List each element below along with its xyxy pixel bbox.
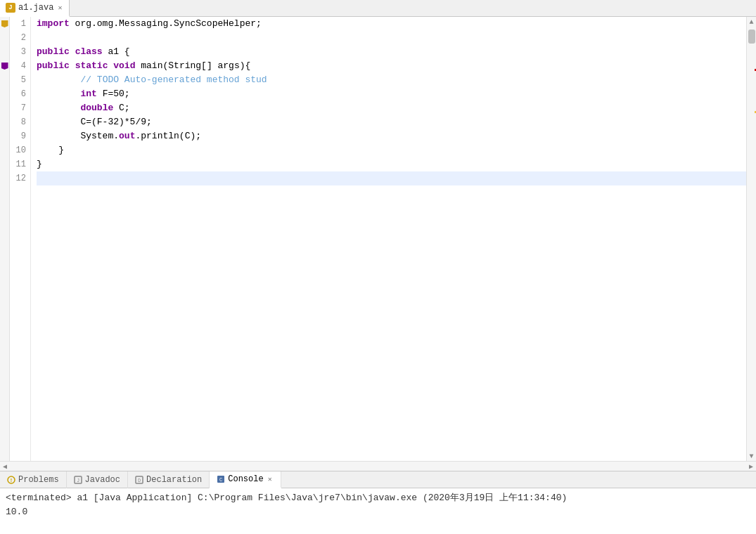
margin-item-8	[0, 115, 9, 129]
code-line-12	[37, 171, 746, 185]
bookmark-icon-1	[1, 20, 8, 27]
keyword-out: out	[119, 131, 135, 141]
margin-item-11	[0, 157, 9, 171]
line-num-6: 6	[10, 87, 26, 101]
line-num-2: 2	[10, 31, 26, 45]
console-tab-label: Console	[228, 474, 263, 484]
editor-main: 1 2 3 4 5 6 7 8 9 10 11 12 import org.om…	[0, 17, 756, 471]
editor-tab[interactable]: J a1.java ✕	[0, 0, 70, 17]
line-num-10: 10	[10, 143, 26, 157]
keyword: void	[113, 60, 135, 71]
code-line-10: }	[37, 143, 746, 157]
code-line-3: public class a1 {	[37, 45, 746, 59]
code-text: org.omg.Messaging.SyncScopeHelper;	[70, 18, 262, 29]
declaration-icon: D	[135, 476, 143, 484]
code-line-9: System.out.println(C);	[37, 129, 746, 143]
margin-item-12	[0, 171, 9, 185]
editor-gutter: 1 2 3 4 5 6 7 8 9 10 11 12	[0, 17, 31, 461]
line-num-3: 3	[10, 45, 26, 59]
tab-console[interactable]: C Console ✕	[210, 471, 281, 488]
margin-item-7	[0, 101, 9, 115]
console-icon: C	[217, 475, 225, 483]
tab-label: a1.java	[18, 3, 53, 13]
code-line-2	[37, 31, 746, 45]
bookmark-icon-4	[1, 63, 8, 70]
right-scrollbar[interactable]: ▲ ▼	[746, 17, 756, 461]
margin-item-1	[0, 17, 9, 31]
svg-text:C: C	[219, 477, 222, 483]
svg-text:J: J	[77, 478, 79, 483]
line-num-12: 12	[10, 171, 26, 185]
svg-text:!: !	[10, 477, 13, 483]
tab-declaration[interactable]: D Declaration	[128, 471, 210, 488]
javadoc-icon: J	[74, 476, 82, 484]
scroll-left-arrow[interactable]: ◀	[0, 462, 10, 471]
code-line-6: int F=50;	[37, 87, 746, 101]
code-line-5: // TODO Auto-generated method stud	[37, 73, 746, 87]
console-content: <terminated> a1 [Java Application] C:\Pr…	[0, 488, 756, 534]
line-num-7: 7	[10, 101, 26, 115]
code-line-4: public static void main(String[] args){	[37, 59, 746, 73]
keyword: public	[37, 46, 70, 57]
comment-text: // TODO Auto-generated method stud	[58, 74, 267, 85]
scroll-track[interactable]	[747, 27, 757, 451]
margin-item-6	[0, 87, 9, 101]
tab-problems[interactable]: ! Problems	[0, 471, 67, 488]
keyword: class	[75, 46, 103, 57]
margin-item-5	[0, 73, 9, 87]
margin-item-10	[0, 143, 9, 157]
margin-item-9	[0, 129, 9, 143]
code-line-7: double C;	[37, 101, 746, 115]
problems-tab-label: Problems	[18, 475, 59, 485]
line-num-11: 11	[10, 157, 26, 171]
declaration-tab-label: Declaration	[146, 475, 202, 485]
console-status-line: <terminated> a1 [Java Application] C:\Pr…	[6, 491, 750, 505]
bottom-panel: ! Problems J Javadoc D Declaration C	[0, 471, 756, 534]
code-line-1: import org.omg.Messaging.SyncScopeHelper…	[37, 17, 746, 31]
editor-body: 1 2 3 4 5 6 7 8 9 10 11 12 import org.om…	[0, 17, 756, 461]
scroll-thumb[interactable]	[748, 30, 755, 44]
keyword: double	[58, 103, 113, 113]
tab-close-button[interactable]: ✕	[56, 4, 63, 12]
margin-item-4	[0, 59, 9, 73]
line-num-1: 1	[10, 17, 26, 31]
problems-icon: !	[7, 476, 15, 484]
code-line-8: C=(F-32)*5/9;	[37, 115, 746, 129]
svg-text:D: D	[138, 478, 141, 483]
javadoc-tab-label: Javadoc	[85, 475, 120, 485]
keyword: int	[58, 89, 97, 99]
console-tab-close[interactable]: ✕	[267, 475, 274, 483]
margin-item-3	[0, 45, 9, 59]
tab-javadoc[interactable]: J Javadoc	[67, 471, 128, 488]
line-num-9: 9	[10, 129, 26, 143]
line-num-4: 4	[10, 59, 26, 73]
code-line-11: }	[37, 157, 746, 171]
scroll-down-arrow[interactable]: ▼	[747, 451, 757, 461]
code-area[interactable]: import org.omg.Messaging.SyncScopeHelper…	[31, 17, 746, 461]
keyword: static	[75, 60, 108, 71]
horizontal-scrollbar[interactable]: ◀ ▶	[0, 461, 756, 471]
line-num-5: 5	[10, 73, 26, 87]
java-file-icon: J	[6, 3, 15, 13]
h-scroll-track[interactable]	[10, 462, 746, 471]
line-numbers: 1 2 3 4 5 6 7 8 9 10 11 12	[10, 17, 31, 461]
console-output: 10.0	[6, 505, 750, 519]
bottom-tab-bar: ! Problems J Javadoc D Declaration C	[0, 471, 756, 488]
scroll-up-arrow[interactable]: ▲	[747, 17, 757, 27]
line-num-8: 8	[10, 115, 26, 129]
margin-item-2	[0, 31, 9, 45]
left-margin	[0, 17, 10, 461]
tab-bar: J a1.java ✕	[0, 0, 756, 17]
keyword: public	[37, 60, 70, 71]
keyword: import	[37, 18, 70, 29]
scroll-right-arrow[interactable]: ▶	[746, 462, 756, 471]
